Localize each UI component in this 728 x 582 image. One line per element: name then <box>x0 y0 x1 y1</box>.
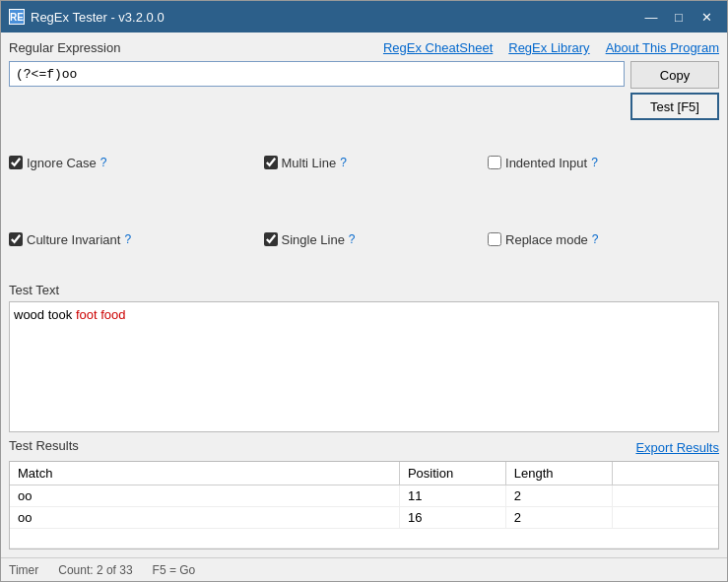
regex-input[interactable] <box>9 61 625 87</box>
indented-input-checkbox[interactable] <box>488 156 501 169</box>
option-replace-mode: Replace mode ? <box>488 232 719 247</box>
top-bar: Regular Expression RegEx CheatSheet RegE… <box>9 40 719 55</box>
results-table-head: Match Position Length <box>10 462 718 485</box>
indented-input-help[interactable]: ? <box>591 156 598 169</box>
window-controls: — □ ✕ <box>638 7 719 27</box>
result-length-2: 2 <box>505 507 612 529</box>
copy-button[interactable]: Copy <box>630 61 719 89</box>
status-bar: Timer Count: 2 of 33 F5 = Go <box>1 557 727 581</box>
about-link[interactable]: About This Program <box>606 40 719 55</box>
table-row: oo 16 2 <box>10 507 718 529</box>
results-section: Test Results Export Results Match Positi… <box>9 438 719 550</box>
replace-mode-checkbox[interactable] <box>488 232 501 246</box>
close-button[interactable]: ✕ <box>694 7 719 27</box>
minimize-button[interactable]: — <box>638 7 664 27</box>
col-header-match: Match <box>10 462 399 485</box>
header-links: RegEx CheatSheet RegEx Library About Thi… <box>383 40 719 55</box>
status-item-1: Timer <box>9 563 38 577</box>
test-text-section: Test Text wood took foot food <box>9 283 719 433</box>
action-buttons: Copy Test [F5] <box>630 61 719 120</box>
col-header-extra <box>612 462 718 485</box>
culture-invariant-checkbox[interactable] <box>9 232 23 246</box>
culture-invariant-help[interactable]: ? <box>124 232 131 246</box>
results-table: Match Position Length oo 11 2 <box>10 462 718 549</box>
test-text-content: wood took foot food <box>14 307 126 322</box>
main-window: RE RegEx Tester - v3.2.0.0 — □ ✕ Regular… <box>0 0 728 582</box>
title-bar-left: RE RegEx Tester - v3.2.0.0 <box>9 9 165 25</box>
single-line-help[interactable]: ? <box>349 232 356 246</box>
result-extra-1 <box>612 485 718 507</box>
culture-invariant-label: Culture Invariant <box>27 232 120 247</box>
empty-row <box>10 529 718 549</box>
option-indented-input: Indented Input ? <box>488 156 719 170</box>
regex-label: Regular Expression <box>9 40 120 55</box>
maximize-button[interactable]: □ <box>666 7 692 27</box>
result-position-2: 16 <box>399 507 505 529</box>
app-icon: RE <box>9 9 25 25</box>
option-single-line: Single Line ? <box>264 232 476 247</box>
test-text-area[interactable]: wood took foot food <box>9 301 719 433</box>
test-text-match1: foot <box>76 307 98 322</box>
cheatsheet-link[interactable]: RegEx CheatSheet <box>383 40 493 55</box>
single-line-checkbox[interactable] <box>264 232 278 246</box>
multi-line-help[interactable]: ? <box>340 156 347 169</box>
test-text-label: Test Text <box>9 283 719 297</box>
test-text-plain1: wood took <box>14 307 76 322</box>
ignore-case-checkbox[interactable] <box>9 156 23 169</box>
result-extra-2 <box>612 507 718 529</box>
results-table-container: Match Position Length oo 11 2 <box>9 461 719 550</box>
table-row: oo 11 2 <box>10 485 718 507</box>
result-match-2: oo <box>10 507 399 529</box>
results-header: Test Results Export Results <box>9 438 719 457</box>
multi-line-checkbox[interactable] <box>264 156 278 169</box>
ignore-case-help[interactable]: ? <box>100 156 107 169</box>
option-multi-line: Multi Line ? <box>264 156 476 170</box>
ignore-case-label: Ignore Case <box>27 156 97 170</box>
single-line-label: Single Line <box>282 232 345 247</box>
test-button[interactable]: Test [F5] <box>630 93 719 120</box>
library-link[interactable]: RegEx Library <box>508 40 589 55</box>
window-title: RegEx Tester - v3.2.0.0 <box>31 10 165 25</box>
result-match-1: oo <box>10 485 399 507</box>
options-grid: Ignore Case ? Multi Line ? Indented Inpu… <box>9 126 719 277</box>
option-ignore-case: Ignore Case ? <box>9 156 252 170</box>
export-results-link[interactable]: Export Results <box>635 440 719 455</box>
result-position-1: 11 <box>399 485 505 507</box>
table-row <box>10 529 718 549</box>
status-item-2: Count: 2 of 33 <box>58 563 132 577</box>
replace-mode-label: Replace mode <box>505 232 588 247</box>
regex-row: Copy Test [F5] <box>9 61 719 120</box>
test-text-match2: food <box>100 307 125 322</box>
status-item-3: F5 = Go <box>153 563 196 577</box>
title-bar: RE RegEx Tester - v3.2.0.0 — □ ✕ <box>1 1 727 32</box>
results-table-body: oo 11 2 oo 16 2 <box>10 485 718 549</box>
replace-mode-help[interactable]: ? <box>592 232 599 246</box>
col-header-position: Position <box>399 462 505 485</box>
result-length-1: 2 <box>505 485 612 507</box>
option-culture-invariant: Culture Invariant ? <box>9 232 252 247</box>
main-content: Regular Expression RegEx CheatSheet RegE… <box>1 32 727 557</box>
results-header-row: Match Position Length <box>10 462 718 485</box>
indented-input-label: Indented Input <box>505 156 587 170</box>
multi-line-label: Multi Line <box>282 156 337 170</box>
results-label: Test Results <box>9 438 79 453</box>
col-header-length: Length <box>505 462 612 485</box>
